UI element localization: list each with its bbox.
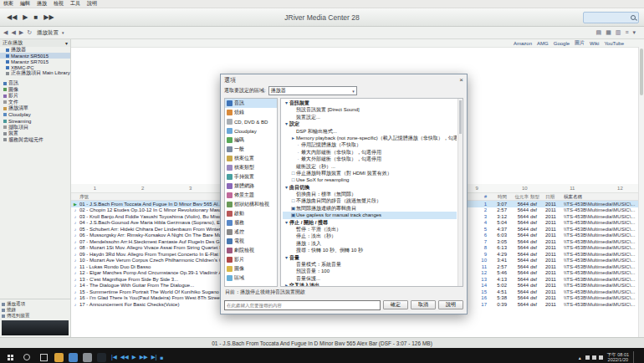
sidebar-library-item[interactable]: 裝置	[0, 130, 70, 137]
options-category-item[interactable]: 圖像	[225, 264, 277, 274]
media-control-icon[interactable]: ▶	[132, 354, 136, 360]
tray-icon[interactable]	[592, 355, 596, 360]
menu-item[interactable]: 工具	[70, 0, 80, 8]
setting-item[interactable]: ▾停止 / 開始 / 搜尋	[283, 219, 457, 226]
setting-item[interactable]: 搜尋：快轉 10 秒、倒轉 10 秒	[283, 247, 457, 253]
forward-icon[interactable]: ▶	[19, 29, 23, 36]
setting-item[interactable]: ·停用記憶體播放（不快取）	[283, 141, 457, 148]
view-option-icon[interactable]: ▤	[596, 29, 602, 36]
options-category-item[interactable]: 編碼	[225, 135, 277, 145]
vertical-scrollbar[interactable]	[638, 47, 644, 337]
sidebar-library-item[interactable]: 影片	[0, 93, 70, 100]
web-link[interactable]: Amazon	[514, 41, 532, 46]
web-link[interactable]: YouTube	[604, 41, 624, 46]
options-category-item[interactable]: 一般	[225, 145, 277, 154]
header-duration[interactable]: 時間	[488, 194, 509, 200]
header-filetype[interactable]: 類型	[530, 194, 545, 200]
dialog-button[interactable]: 取消	[411, 300, 436, 309]
media-control-icon[interactable]: ■	[160, 355, 163, 360]
sidebar-library-item[interactable]: Streaming	[0, 118, 70, 125]
task-view-icon[interactable]	[38, 350, 49, 363]
sidebar-zone-item[interactable]: XBMC-PC	[0, 64, 70, 70]
panel-scrollbar[interactable]	[457, 99, 463, 286]
menu-item[interactable]: 編輯	[20, 0, 30, 8]
dialog-button[interactable]: 確定	[383, 300, 408, 309]
web-link[interactable]: AMG	[537, 41, 549, 46]
sidebar-library-item[interactable]: 音訊	[0, 80, 70, 87]
taskbar-search-icon[interactable]	[21, 350, 33, 363]
sidebar-library-item[interactable]: 文件	[0, 100, 70, 106]
action-window-item[interactable]: 播放選項	[2, 301, 69, 307]
setting-item[interactable]: ▣Use gapless for manual track changes	[283, 212, 457, 218]
media-control-icon[interactable]: ◀◀	[120, 354, 129, 360]
setting-item[interactable]: □Use SoX for resampling	[283, 176, 457, 183]
sidebar-zone-item[interactable]: 播放器	[0, 47, 70, 53]
taskbar-app-icon[interactable]	[54, 353, 64, 362]
sidebar-library-item[interactable]: 圖像	[0, 87, 70, 94]
header-date[interactable]: 日期	[545, 194, 564, 200]
setting-item[interactable]: 音量模式：系統音量	[283, 261, 457, 268]
setting-item[interactable]: ▾音量	[283, 254, 457, 261]
options-category-item[interactable]: 電視	[225, 237, 277, 246]
setting-item[interactable]: ▾曲目切換	[283, 184, 457, 191]
options-category-item[interactable]: 劇院檢視	[225, 246, 277, 255]
taskbar-app-icon[interactable]	[69, 353, 78, 362]
scrollbar-thumb[interactable]	[640, 49, 643, 95]
sidebar-zone-item[interactable]: Marantz SR5015	[0, 53, 70, 59]
sidebar-library-item[interactable]: 播放清單	[0, 105, 70, 112]
sidebar-library-item[interactable]: 擷取項目	[0, 125, 70, 131]
header-filename[interactable]: 檔案名稱	[564, 194, 644, 200]
setting-item[interactable]: ▣無間隙播放連續的專輯曲目	[283, 205, 457, 212]
taskbar-clock[interactable]: 下午 08:01 2022/1/20	[607, 352, 629, 363]
setting-item[interactable]: ▸Memory playback (not zone-specific)（載入記…	[283, 135, 457, 141]
setting-item[interactable]: ·最大外部緩衝（非快取），勾選停用	[283, 156, 457, 162]
menu-item[interactable]: 檢視	[54, 0, 64, 8]
menu-item[interactable]: 檔案	[3, 0, 13, 8]
playing-now-header[interactable]: 正在播放 ▾	[0, 39, 70, 47]
dialog-button[interactable]: 說明	[438, 300, 463, 309]
view-option-icon[interactable]: ▾	[632, 29, 636, 36]
options-category-item[interactable]: 媒體網路	[225, 182, 277, 191]
setting-item[interactable]: 切換曲目：標準（無間隙）	[283, 191, 457, 197]
setting-item[interactable]: ▾音訊裝置	[283, 100, 457, 106]
options-category-item[interactable]: 區域	[225, 274, 277, 283]
action-window-item[interactable]: 傳送到裝置	[2, 313, 69, 319]
media-control-icon[interactable]: |◀	[111, 354, 117, 360]
panel-scrollbar-thumb[interactable]	[459, 100, 462, 134]
zone-select[interactable]: 播放器 ▾	[268, 86, 357, 95]
taskbar-app-icon[interactable]	[83, 353, 92, 362]
view-option-icon[interactable]: ▥	[616, 29, 621, 36]
options-category-item[interactable]: 啟動	[225, 209, 277, 218]
options-category-item[interactable]: 服務	[225, 218, 277, 228]
options-category-item[interactable]: 手持裝置	[225, 172, 277, 182]
back-icon[interactable]: ◀	[11, 29, 15, 36]
tray-icon[interactable]	[585, 355, 590, 360]
web-link[interactable]: 圖片	[575, 39, 585, 47]
setting-item[interactable]: DSP 和輸出格式...	[283, 128, 457, 135]
options-category-item[interactable]: 檔案類型	[225, 163, 277, 172]
notification-icon[interactable]	[633, 351, 640, 363]
setting-item[interactable]: 音量保護...	[283, 275, 457, 282]
header-bitrate[interactable]: 位元率	[509, 194, 530, 200]
sidebar-zone-item[interactable]: Marantz SR7015	[0, 59, 70, 64]
options-category-item[interactable]: 音訊	[225, 99, 277, 108]
options-category-item[interactable]: 檔案位置	[225, 154, 277, 163]
chevron-down-icon[interactable]: ▾	[62, 30, 64, 35]
sidebar-library-item[interactable]: 服務與雲端元件	[0, 137, 70, 144]
setting-item[interactable]: 停止：淡出（秒）	[283, 233, 457, 239]
breadcrumb[interactable]: 播放裝置	[37, 29, 59, 37]
action-window-item[interactable]: 燒錄	[2, 307, 69, 313]
setting-item[interactable]: ▸交叉淡入淡出	[283, 282, 457, 287]
media-control-icon[interactable]: ▶▶	[140, 354, 148, 360]
setting-item[interactable]: □停止播放時釋放裝置（對 HDMI 裝置有效）	[283, 170, 457, 176]
setting-item[interactable]: 暫停：平滑（淡出）	[283, 226, 457, 233]
refresh-icon[interactable]: ↻	[27, 29, 32, 36]
setting-item[interactable]: 預設音量：100	[283, 268, 457, 274]
close-icon[interactable]: ×	[459, 76, 463, 84]
menu-item[interactable]: 播放	[37, 0, 47, 8]
taskbar-app-icon[interactable]	[97, 353, 106, 362]
setting-item[interactable]: 播放：淡入	[283, 240, 457, 247]
tray-icon[interactable]	[599, 355, 603, 360]
search-box[interactable]	[583, 12, 639, 23]
options-category-item[interactable]: 影片	[225, 255, 277, 264]
